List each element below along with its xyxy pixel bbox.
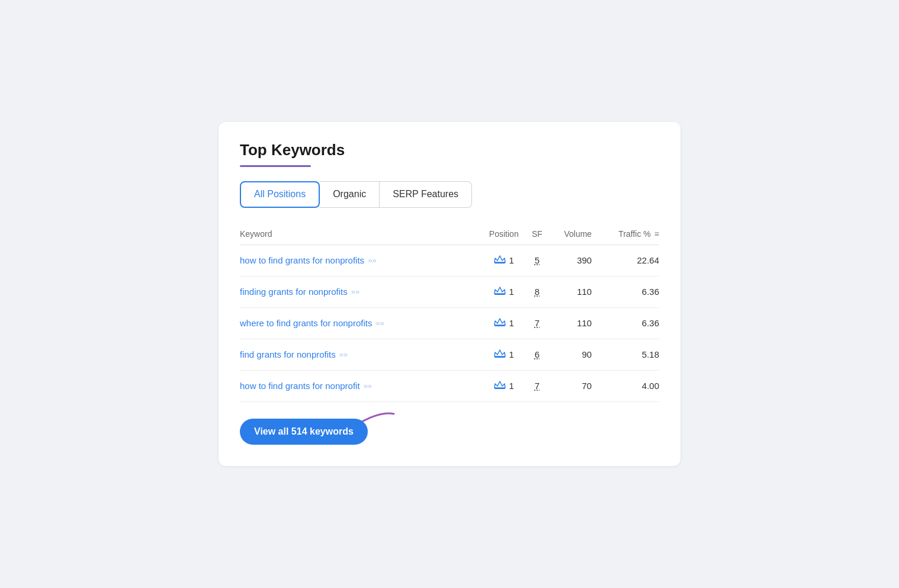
keyword-cell: how to find grants for nonprofits»» bbox=[240, 245, 479, 276]
col-header-traffic: Traffic % ≡ bbox=[592, 224, 659, 245]
sf-cell: 7 bbox=[528, 370, 546, 401]
crown-icon bbox=[494, 380, 506, 392]
position-cell: 1 bbox=[479, 339, 528, 370]
title-underline bbox=[240, 165, 311, 167]
table-row: finding grants for nonprofits»» 181106.3… bbox=[240, 276, 659, 307]
crown-icon bbox=[494, 349, 506, 361]
traffic-cell: 5.18 bbox=[592, 339, 659, 370]
col-header-sf: SF bbox=[528, 224, 546, 245]
table-row: where to find grants for nonprofits»» 17… bbox=[240, 307, 659, 339]
top-keywords-card: Top Keywords All Positions Organic SERP … bbox=[219, 122, 680, 465]
traffic-cell: 4.00 bbox=[592, 370, 659, 401]
traffic-cell: 6.36 bbox=[592, 307, 659, 339]
volume-cell: 70 bbox=[546, 370, 592, 401]
col-header-position: Position bbox=[479, 224, 528, 245]
sf-cell: 6 bbox=[528, 339, 546, 370]
tab-organic[interactable]: Organic bbox=[320, 181, 380, 207]
keyword-link[interactable]: find grants for nonprofits»» bbox=[240, 349, 479, 359]
sf-value: 7 bbox=[535, 318, 540, 328]
position-cell: 1 bbox=[479, 276, 528, 307]
position-value: 1 bbox=[509, 381, 514, 391]
position-value: 1 bbox=[509, 349, 514, 359]
crown-icon bbox=[494, 255, 506, 266]
col-header-volume: Volume bbox=[546, 224, 592, 245]
keyword-cell: how to find grants for nonprofit»» bbox=[240, 370, 479, 401]
position-value: 1 bbox=[509, 318, 514, 328]
svg-rect-0 bbox=[495, 262, 505, 264]
keyword-link[interactable]: how to find grants for nonprofits»» bbox=[240, 255, 479, 265]
chevron-right-icon: »» bbox=[351, 287, 359, 296]
keyword-link[interactable]: finding grants for nonprofits»» bbox=[240, 287, 479, 297]
keywords-table: Keyword Position SF Volume Traffic % ≡ h… bbox=[240, 224, 659, 402]
tab-serp-features[interactable]: SERP Features bbox=[380, 181, 472, 207]
svg-rect-4 bbox=[495, 388, 505, 389]
tab-bar: All Positions Organic SERP Features bbox=[240, 181, 659, 207]
crown-icon bbox=[494, 317, 506, 329]
traffic-cell: 22.64 bbox=[592, 245, 659, 276]
keyword-cell: finding grants for nonprofits»» bbox=[240, 276, 479, 307]
filter-icon[interactable]: ≡ bbox=[654, 229, 659, 239]
keyword-cell: where to find grants for nonprofits»» bbox=[240, 307, 479, 339]
table-row: how to find grants for nonprofits»» 1539… bbox=[240, 245, 659, 276]
sf-value: 7 bbox=[535, 381, 540, 391]
footer: View all 514 keywords bbox=[240, 419, 659, 445]
svg-rect-2 bbox=[495, 325, 505, 326]
position-cell: 1 bbox=[479, 370, 528, 401]
page-title: Top Keywords bbox=[240, 141, 659, 159]
svg-rect-1 bbox=[495, 294, 505, 295]
volume-cell: 110 bbox=[546, 307, 592, 339]
table-row: find grants for nonprofits»» 16905.18 bbox=[240, 339, 659, 370]
volume-cell: 390 bbox=[546, 245, 592, 276]
keyword-link[interactable]: how to find grants for nonprofit»» bbox=[240, 381, 479, 391]
sf-value: 8 bbox=[535, 287, 540, 297]
sf-cell: 5 bbox=[528, 245, 546, 276]
keyword-cell: find grants for nonprofits»» bbox=[240, 339, 479, 370]
sf-value: 5 bbox=[535, 255, 540, 265]
tab-all-positions[interactable]: All Positions bbox=[240, 181, 320, 207]
sf-cell: 7 bbox=[528, 307, 546, 339]
chevron-right-icon: »» bbox=[364, 381, 372, 390]
position-cell: 1 bbox=[479, 245, 528, 276]
svg-rect-3 bbox=[495, 356, 505, 358]
keyword-link[interactable]: where to find grants for nonprofits»» bbox=[240, 318, 479, 328]
chevron-right-icon: »» bbox=[339, 350, 348, 359]
crown-icon bbox=[494, 286, 506, 298]
volume-cell: 110 bbox=[546, 276, 592, 307]
position-cell: 1 bbox=[479, 307, 528, 339]
chevron-right-icon: »» bbox=[368, 256, 376, 265]
view-all-button[interactable]: View all 514 keywords bbox=[240, 419, 368, 445]
sf-cell: 8 bbox=[528, 276, 546, 307]
position-value: 1 bbox=[509, 255, 514, 265]
sf-value: 6 bbox=[535, 349, 540, 359]
traffic-cell: 6.36 bbox=[592, 276, 659, 307]
position-value: 1 bbox=[509, 287, 514, 297]
chevron-right-icon: »» bbox=[375, 319, 384, 327]
table-row: how to find grants for nonprofit»» 17704… bbox=[240, 370, 659, 401]
col-header-keyword: Keyword bbox=[240, 224, 479, 245]
volume-cell: 90 bbox=[546, 339, 592, 370]
